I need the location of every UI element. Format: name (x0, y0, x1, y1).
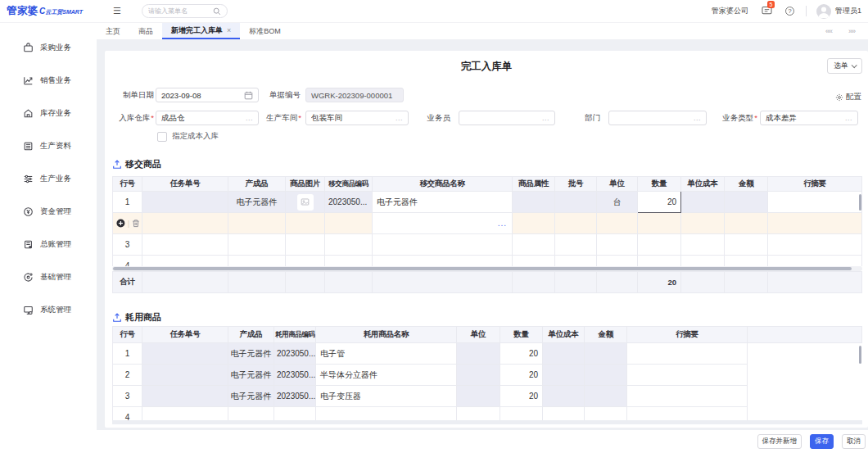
transfer-horizontal-scrollbar[interactable] (112, 266, 862, 271)
tab-bar: 主页 商品 新增完工入库单× 标准BOM «« »» (97, 23, 868, 39)
transfer-table: 行号任务单号产成品商品图片移交商品编码移交商品名称商品属性批号单位数量单位成本金… (112, 176, 862, 293)
sidebar: 采购业务 销售业务 库存业务 生产资料 生产业务 资金管理 总账管理 基础管理 (0, 23, 97, 453)
notifications-button[interactable]: 5 (762, 6, 772, 17)
sidebar-item-production-data[interactable]: 生产资料 (0, 129, 97, 162)
biztype-label: 业务类型 (707, 111, 757, 125)
delete-row-icon[interactable] (132, 219, 140, 228)
sidebar-item-ledger[interactable]: 总账管理 (0, 228, 97, 260)
tab-bom[interactable]: 标准BOM (240, 23, 290, 39)
checkbox-box[interactable] (157, 132, 167, 142)
qty-cell-editing[interactable]: 20 (638, 192, 681, 213)
docno-label: 单据编号 (252, 88, 301, 102)
top-header: 管家婆 C云工贸SMART ☰ 管家婆公司 5 ? 管理员1 (0, 0, 868, 23)
menu-toggle-icon[interactable]: ☰ (113, 6, 121, 16)
salesman-label: 业务员 (400, 111, 450, 125)
sidebar-item-purchase[interactable]: 采购业务 (0, 31, 97, 64)
sidebar-item-production-biz[interactable]: 生产业务 (0, 162, 97, 195)
consume-row-3[interactable]: 3 电子元器件 2023050... 电子变压器 20 (113, 386, 862, 407)
page-title: 完工入库单 (105, 60, 868, 74)
consume-row-4[interactable]: 4 (113, 407, 862, 421)
transfer-row-4[interactable]: 4 (113, 256, 862, 267)
purchase-icon (23, 43, 34, 53)
notification-badge: 5 (767, 1, 775, 8)
gear-icon (835, 93, 843, 102)
warehouse-label: 入库仓库 (105, 111, 154, 125)
sidebar-item-basic[interactable]: 基础管理 (0, 260, 97, 293)
tab-close-icon[interactable]: × (227, 26, 231, 34)
consume-vertical-scrollbar[interactable] (859, 346, 861, 364)
system-icon (23, 305, 34, 315)
production-biz-icon (23, 174, 34, 184)
logo-text: 管家婆 (7, 4, 38, 18)
tab-goods[interactable]: 商品 (129, 23, 162, 39)
basic-icon (23, 272, 34, 283)
select-order-button[interactable]: 选单 (827, 58, 862, 74)
consume-section-title: 耗用商品 (112, 311, 161, 324)
workshop-label: 生产车间 (252, 111, 301, 125)
header-divider (806, 6, 807, 16)
search-icon (213, 7, 221, 16)
tab-new-completion-receipt[interactable]: 新增完工入库单× (162, 23, 240, 39)
add-row-icon[interactable] (116, 219, 125, 228)
consume-row-2[interactable]: 2 电子元器件 2023050... 半导体分立器件 20 (113, 365, 862, 386)
warehouse-select[interactable]: 成品仓... (156, 111, 259, 125)
inventory-icon (23, 108, 34, 119)
sidebar-item-sales[interactable]: 销售业务 (0, 64, 97, 97)
chevron-down-icon (852, 62, 857, 68)
logo-subtext: C云工贸SMART (39, 7, 83, 16)
ledger-icon (23, 239, 34, 250)
app-logo: 管家婆 C云工贸SMART (0, 4, 105, 18)
transfer-total-row: 合计 20 (112, 271, 862, 293)
funds-icon (23, 206, 34, 217)
date-label: 制单日期 (105, 88, 154, 102)
consume-total-peek (112, 420, 862, 424)
sidebar-item-system[interactable]: 系统管理 (0, 293, 97, 326)
sidebar-item-inventory[interactable]: 库存业务 (0, 97, 97, 129)
config-button[interactable]: 配置 (835, 92, 861, 102)
date-input[interactable]: 2023-09-08 (156, 88, 259, 102)
assign-cost-checkbox[interactable]: 指定成本入库 (157, 131, 219, 142)
transfer-row-1[interactable]: 1 电子元器件 2023050... 电子元器件 台 20 (113, 192, 862, 213)
scroll-tabs-right-icon[interactable]: »» (848, 27, 855, 35)
transfer-row-2[interactable]: | ... (113, 213, 862, 234)
document-card: 完工入库单 选单 配置 制单日期 2023-09-08 单据编号 WGRK-20… (105, 51, 868, 428)
workshop-select[interactable]: 包装车间... (305, 111, 409, 125)
transfer-row-3[interactable]: 3 (113, 234, 862, 256)
transfer-section-title: 移交商品 (112, 158, 161, 170)
company-name[interactable]: 管家婆公司 (712, 6, 748, 16)
salesman-select[interactable]: ... (459, 111, 555, 125)
consume-header-row: 行号任务单号产成品耗用商品编码耗用商品名称单位数量单位成本金额行摘要 (113, 327, 862, 343)
dept-select[interactable]: ... (608, 111, 707, 125)
save-and-new-button[interactable]: 保存并新增 (757, 434, 802, 449)
product-image-placeholder[interactable] (297, 194, 314, 211)
cancel-button[interactable]: 取消 (842, 434, 866, 449)
help-icon[interactable]: ? (785, 7, 794, 16)
scroll-tabs-left-icon[interactable]: «« (825, 27, 832, 35)
consume-row-1[interactable]: 1 电子元器件 2023050... 电子管 20 (113, 343, 862, 365)
save-button[interactable]: 保存 (810, 434, 834, 449)
avatar[interactable] (816, 4, 831, 19)
product-picker-cell[interactable]: ... (373, 213, 513, 234)
production-data-icon (23, 141, 34, 152)
menu-search-input[interactable] (148, 7, 213, 15)
upload-icon (112, 160, 122, 170)
consume-table: 行号任务单号产成品耗用商品编码耗用商品名称单位数量单位成本金额行摘要 1 电子元… (112, 326, 862, 424)
menu-search[interactable] (142, 4, 228, 18)
sidebar-item-funds[interactable]: 资金管理 (0, 195, 97, 228)
sales-icon (23, 75, 34, 86)
upload-icon (112, 313, 122, 323)
biztype-select[interactable]: 成本差异... (760, 111, 858, 125)
docno-input: WGRK-202309-000001 (305, 88, 404, 102)
current-user[interactable]: 管理员1 (835, 6, 861, 16)
transfer-header-row: 行号任务单号产成品商品图片移交商品编码移交商品名称商品属性批号单位数量单位成本金… (113, 177, 862, 192)
transfer-vertical-scrollbar[interactable] (859, 194, 861, 211)
dept-label: 部门 (551, 111, 600, 125)
footer-bar: 保存并新增 保存 取消 (97, 430, 868, 453)
tab-home[interactable]: 主页 (97, 23, 129, 39)
